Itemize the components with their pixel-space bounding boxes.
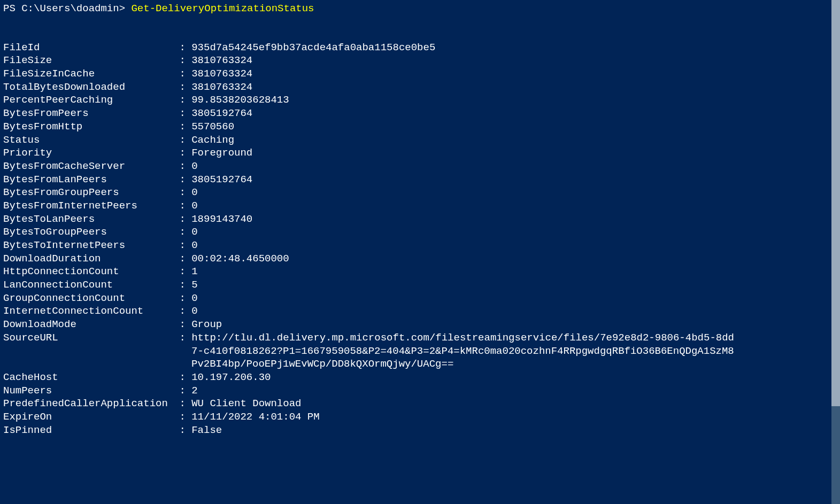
property-name: BytesFromPeers (3, 107, 173, 120)
output-property-row: BytesFromInternetPeers : 0 (3, 199, 837, 213)
command-text[interactable]: Get-DeliveryOptimizationStatus (131, 3, 314, 14)
property-name: CacheHost (3, 371, 173, 384)
property-name: IsPinned (3, 424, 173, 437)
scrollbar-thumb[interactable] (831, 0, 840, 406)
property-separator: : (173, 67, 191, 81)
property-name: HttpConnectionCount (3, 265, 173, 278)
property-value: http://tlu.dl.delivery.mp.microsoft.com/… (191, 331, 734, 345)
property-name: DownloadMode (3, 318, 173, 331)
property-value: Group (191, 318, 222, 331)
property-name: GroupConnectionCount (3, 292, 173, 305)
property-name: PredefinedCallerApplication (3, 397, 173, 410)
property-value: 10.197.206.30 (191, 371, 271, 384)
property-name: Status (3, 134, 173, 147)
property-separator: : (173, 424, 191, 437)
output-property-row: BytesToLanPeers : 1899143740 (3, 213, 837, 226)
property-name: NumPeers (3, 384, 173, 398)
output-property-row: Priority : Foreground (3, 146, 837, 160)
output-property-row: SourceURL : http://tlu.dl.delivery.mp.mi… (3, 331, 837, 345)
output-property-row: DownloadDuration : 00:02:48.4650000 (3, 252, 837, 266)
property-value: 935d7a54245ef9bb37acde4afa0aba1158ce0be5 (191, 41, 435, 55)
property-name: ExpireOn (3, 410, 173, 424)
property-value: 11/11/2022 4:01:04 PM (191, 410, 319, 424)
property-separator: : (173, 226, 191, 239)
property-separator: : (173, 160, 191, 173)
property-name: BytesToGroupPeers (3, 226, 173, 239)
command-output: FileId : 935d7a54245ef9bb37acde4afa0aba1… (3, 41, 837, 437)
property-separator: : (173, 371, 191, 384)
property-separator: : (173, 305, 191, 318)
output-property-row: DownloadMode : Group (3, 318, 837, 331)
property-value: 5 (191, 278, 197, 292)
property-name: BytesToInternetPeers (3, 239, 173, 252)
property-separator: : (173, 54, 191, 67)
property-name: BytesToLanPeers (3, 213, 173, 226)
property-name: SourceURL (3, 331, 173, 345)
property-separator: : (173, 120, 191, 134)
property-value: 00:02:48.4650000 (191, 252, 289, 266)
property-name: InternetConnectionCount (3, 305, 173, 318)
output-property-row: GroupConnectionCount : 0 (3, 292, 837, 305)
property-value: 99.8538203628413 (191, 94, 289, 107)
property-separator: : (173, 278, 191, 292)
scrollbar[interactable] (831, 0, 840, 504)
property-separator: : (173, 239, 191, 252)
property-value: 0 (191, 160, 197, 173)
property-value: 0 (191, 239, 197, 252)
property-separator: : (173, 213, 191, 226)
property-value: 5570560 (191, 120, 234, 134)
property-separator: : (173, 41, 191, 55)
property-separator: : (173, 146, 191, 160)
property-separator: : (173, 265, 191, 278)
prompt-line: PS C:\Users\doadmin> Get-DeliveryOptimiz… (3, 2, 837, 15)
property-separator: : (173, 81, 191, 94)
property-value-continuation: Pv2BI4bp/PooEPj1wEvWCp/DD8kQXOrmQjwy/UAC… (3, 358, 752, 371)
property-name: BytesFromInternetPeers (3, 199, 173, 213)
property-name: PercentPeerCaching (3, 94, 173, 107)
output-property-row: InternetConnectionCount : 0 (3, 305, 837, 318)
property-value: False (191, 424, 222, 437)
property-value: 1 (191, 265, 197, 278)
output-property-row: BytesToInternetPeers : 0 (3, 239, 837, 252)
property-value: 3810763324 (191, 54, 252, 67)
property-value: WU Client Download (191, 397, 301, 410)
output-property-row: FileSize : 3810763324 (3, 54, 837, 67)
property-separator: : (173, 134, 191, 147)
property-value: 3810763324 (191, 67, 252, 81)
output-property-row: BytesFromLanPeers : 3805192764 (3, 173, 837, 187)
property-name: BytesFromLanPeers (3, 173, 173, 187)
property-value: 0 (191, 226, 197, 239)
property-separator: : (173, 397, 191, 410)
output-property-row: FileId : 935d7a54245ef9bb37acde4afa0aba1… (3, 41, 837, 55)
output-property-row: BytesToGroupPeers : 0 (3, 226, 837, 239)
property-name: FileSize (3, 54, 173, 67)
property-separator: : (173, 410, 191, 424)
property-name: TotalBytesDownloaded (3, 81, 173, 94)
property-value: 0 (191, 292, 197, 305)
property-name: DownloadDuration (3, 252, 173, 266)
property-separator: : (173, 107, 191, 120)
output-property-row: LanConnectionCount : 5 (3, 278, 837, 292)
property-name: Priority (3, 146, 173, 160)
property-value: 0 (191, 186, 197, 199)
property-separator: : (173, 252, 191, 266)
property-name: FileSizeInCache (3, 67, 173, 81)
output-property-row: Status : Caching (3, 134, 837, 147)
property-value-continuation: 7-c410f0818262?P1=1667959058&P2=404&P3=2… (3, 345, 752, 358)
property-value: 3805192764 (191, 107, 252, 120)
output-property-row: BytesFromHttp : 5570560 (3, 120, 837, 134)
property-separator: : (173, 173, 191, 187)
property-name: LanConnectionCount (3, 278, 173, 292)
property-value: 3810763324 (191, 81, 252, 94)
output-property-row: NumPeers : 2 (3, 384, 837, 398)
property-separator: : (173, 186, 191, 199)
property-separator: : (173, 94, 191, 107)
output-property-row: ExpireOn : 11/11/2022 4:01:04 PM (3, 410, 837, 424)
output-property-row: PredefinedCallerApplication : WU Client … (3, 397, 837, 410)
property-value: 2 (191, 384, 197, 398)
property-separator: : (173, 292, 191, 305)
prompt-prefix: PS C:\Users\doadmin> (3, 3, 131, 14)
output-property-row: TotalBytesDownloaded : 3810763324 (3, 81, 837, 94)
output-property-row: BytesFromGroupPeers : 0 (3, 186, 837, 199)
property-name: FileId (3, 41, 173, 55)
